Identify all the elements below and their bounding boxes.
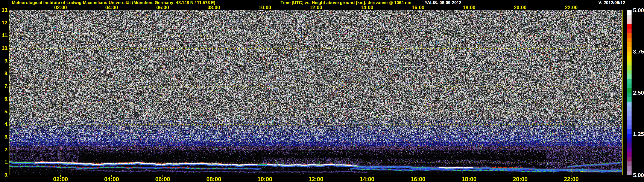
height-tick-label: 0. (0, 172, 8, 178)
colorbar-step (627, 42, 632, 47)
axis-tick-mark (418, 175, 418, 177)
axis-tick-mark (265, 175, 265, 177)
colorbar-step (627, 157, 632, 162)
height-tick-label: 6. (0, 96, 8, 102)
colorbar-tick-label: 5.00 (633, 7, 644, 13)
colorbar-step (627, 10, 632, 15)
height-tick-label: 11. (0, 33, 8, 38)
height-tick-label: 8. (0, 71, 8, 76)
colorbar-step (627, 15, 632, 19)
time-tick-label: 08:00 (207, 5, 220, 10)
axis-tick-mark (469, 175, 469, 177)
colorbar-step (627, 134, 632, 139)
colorbar-step (627, 97, 632, 102)
colorbar-tick-label: 5.00 (633, 172, 644, 178)
colorbar-tick-label: 3.75 (633, 49, 644, 54)
colorbar-step (627, 171, 632, 175)
colorbar-step (627, 148, 632, 152)
height-tick-label: 7. (0, 83, 8, 89)
height-tick-label: 9. (0, 58, 8, 64)
colorbar-step (627, 166, 632, 171)
system-date-label: YALIS: 08-09-2012 (424, 0, 462, 5)
height-tick-label: 3. (0, 134, 8, 140)
colorbar-step (627, 162, 632, 166)
height-tick-label: 1. (0, 160, 8, 165)
colorbar-step (627, 84, 632, 88)
height-tick-label: 13. (0, 7, 8, 13)
time-tick-label: 06:00 (156, 5, 169, 10)
height-tick-label: 2. (0, 147, 8, 152)
colorbar-step (627, 152, 632, 157)
colorbar-step (627, 33, 632, 38)
axis-tick-mark (214, 175, 214, 177)
colorbar-step (627, 61, 632, 65)
axis-tick-mark (112, 175, 112, 177)
time-tick-label: 12:00 (310, 5, 322, 10)
colorbar-step (627, 139, 632, 143)
colorbar-step (627, 47, 632, 51)
colorbar-step (627, 29, 632, 33)
time-tick-label: 22:00 (565, 5, 578, 10)
axis-tick-mark (162, 175, 163, 177)
plot-area (9, 10, 622, 175)
colorbar-step (627, 120, 632, 125)
version-label: V: 2012/09/12 (598, 0, 625, 5)
time-tick-label: 10:00 (258, 5, 271, 10)
axis-tick-mark (520, 175, 520, 177)
axis-tick-mark (367, 175, 367, 177)
colorbar-step (627, 24, 632, 28)
time-tick-label: 04:00 (105, 5, 118, 10)
colorbar-step (627, 52, 632, 56)
time-tick-label: 18:00 (463, 5, 476, 10)
colorbar-step (627, 65, 632, 70)
lidar-heatmap-canvas (10, 10, 622, 175)
colorbar-step (627, 56, 632, 61)
colorbar-step (627, 79, 632, 84)
height-tick-label: 10. (0, 45, 8, 51)
axis-tick-mark (316, 175, 316, 177)
time-tick-label: 02:00 (54, 5, 67, 10)
institute-title: Meteorological Institute of Ludwig-Maxim… (12, 0, 217, 5)
colorbar-step (627, 116, 632, 120)
axis-tick-mark (571, 175, 572, 177)
colorbar-step (627, 38, 632, 42)
height-tick-label: 5. (0, 109, 8, 114)
time-tick-label: 16:00 (412, 5, 424, 10)
colorbar-step (627, 88, 632, 93)
colorbar-step (627, 19, 632, 24)
axis-tick-mark (60, 175, 61, 177)
height-tick-label: 12. (0, 20, 8, 25)
colorbar-step (627, 125, 632, 129)
colorbar-step (627, 129, 632, 134)
plot-title: Time [UTC] vs. Height above ground [km]:… (280, 0, 411, 5)
colorbar-step (627, 93, 632, 97)
colorbar-step (627, 70, 632, 74)
height-tick-label: 4. (0, 121, 8, 127)
colorbar-step (627, 111, 632, 116)
time-tick-label: 14:00 (361, 5, 373, 10)
colorbar-tick-label: 1.25 (633, 131, 644, 137)
colorbar-tick-label: 2.50 (633, 90, 644, 95)
colorbar-step (627, 106, 632, 111)
colorbar-step (627, 74, 632, 79)
colorbar-step (627, 143, 632, 148)
time-tick-label: 20:00 (514, 5, 526, 10)
colorbar (627, 10, 632, 175)
colorbar-step (627, 102, 632, 106)
